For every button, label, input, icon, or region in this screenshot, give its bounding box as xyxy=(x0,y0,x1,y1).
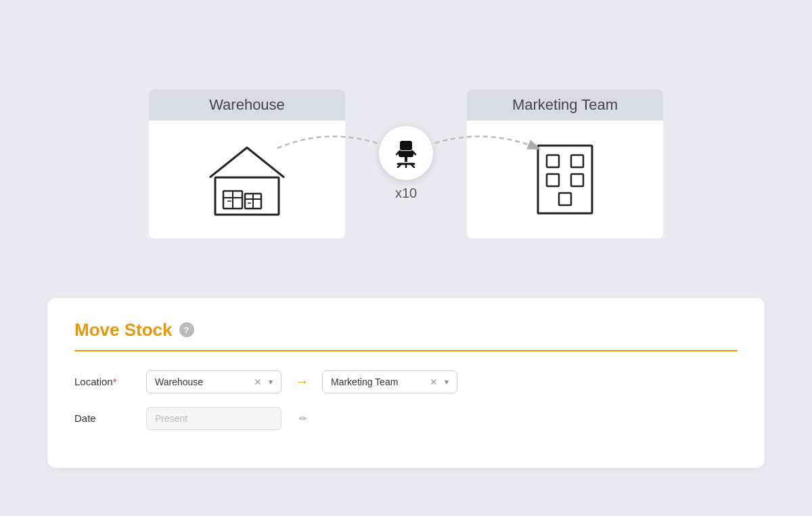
svg-rect-20 xyxy=(571,155,583,167)
source-chevron-icon[interactable]: ▾ xyxy=(269,377,273,387)
svg-rect-11 xyxy=(405,157,407,162)
date-row: Date Present ✏ xyxy=(74,407,738,430)
building-icon-container xyxy=(528,121,602,238)
destination-chevron-icon[interactable]: ▾ xyxy=(445,377,449,387)
form-title: Move Stock xyxy=(74,320,173,341)
warehouse-icon xyxy=(203,142,291,217)
chair-icon-circle xyxy=(379,126,433,180)
svg-rect-23 xyxy=(559,193,571,205)
destination-clear-icon[interactable]: ✕ xyxy=(428,377,439,387)
warehouse-icon-container xyxy=(203,121,291,238)
main-container: Warehouse xyxy=(47,49,765,468)
destination-location-card: Marketing Team xyxy=(467,89,663,238)
form-header: Move Stock ? xyxy=(74,320,738,341)
edit-icon[interactable]: ✏ xyxy=(299,413,307,424)
source-select-value: Warehouse xyxy=(155,377,247,387)
destination-label: Marketing Team xyxy=(467,89,663,121)
building-icon xyxy=(528,139,602,220)
diagram-section: Warehouse xyxy=(47,49,765,279)
svg-rect-9 xyxy=(400,141,412,150)
svg-rect-19 xyxy=(547,155,559,167)
svg-rect-10 xyxy=(399,151,413,157)
source-select[interactable]: Warehouse ✕ ▾ xyxy=(146,370,281,393)
quantity-multiplier: x10 xyxy=(395,186,417,201)
destination-select[interactable]: Marketing Team ✕ ▾ xyxy=(322,370,457,393)
required-star: * xyxy=(113,376,117,387)
direction-arrow: → xyxy=(295,374,309,389)
chair-icon xyxy=(391,138,421,168)
svg-rect-21 xyxy=(547,174,559,186)
location-label: Location* xyxy=(74,376,135,387)
date-placeholder: Present xyxy=(155,413,273,424)
source-clear-icon[interactable]: ✕ xyxy=(252,377,263,387)
form-card: Move Stock ? Location* Warehouse ✕ ▾ → M… xyxy=(47,298,765,468)
location-row: Location* Warehouse ✕ ▾ → Marketing Team… xyxy=(74,370,738,393)
source-location-card: Warehouse xyxy=(149,89,345,238)
help-icon[interactable]: ? xyxy=(179,322,194,337)
source-label: Warehouse xyxy=(149,89,345,121)
transfer-connector: x10 xyxy=(345,126,467,201)
date-label: Date xyxy=(74,412,135,424)
svg-rect-22 xyxy=(571,174,583,186)
date-field[interactable]: Present xyxy=(146,407,281,430)
form-divider xyxy=(74,350,738,351)
destination-select-value: Marketing Team xyxy=(331,377,423,387)
